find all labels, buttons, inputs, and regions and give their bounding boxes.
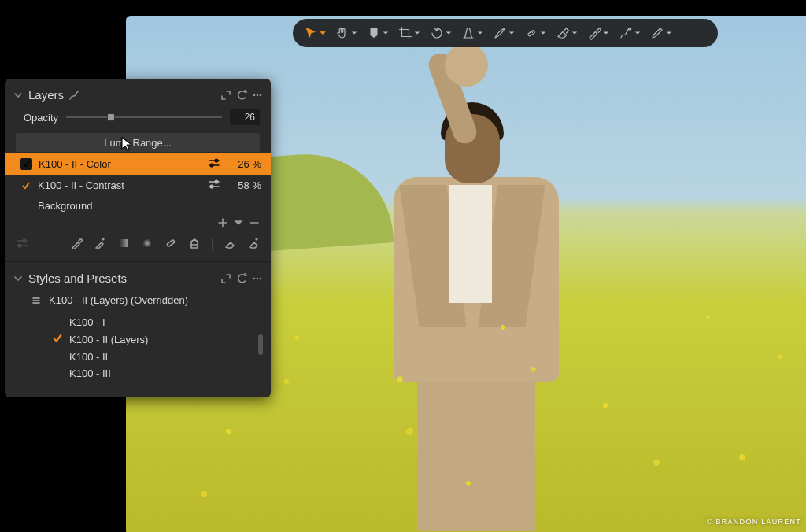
svg-point-16 — [260, 277, 262, 279]
expand-icon[interactable] — [220, 273, 231, 284]
brush-tool[interactable] — [490, 23, 518, 43]
svg-point-2 — [253, 94, 256, 96]
sliders-icon[interactable] — [208, 157, 220, 171]
luma-range-button[interactable]: Luma Range... — [16, 133, 260, 152]
layer-active-icon — [20, 181, 31, 190]
opacity-value[interactable]: 26 — [230, 109, 260, 125]
fill-tool[interactable] — [364, 23, 392, 43]
image-credit: © BRANDON LAURENT — [707, 518, 801, 526]
eraser-tool[interactable] — [553, 23, 581, 43]
adjust-disabled-icon — [16, 237, 28, 252]
preset-item[interactable]: K100 - III — [52, 365, 260, 382]
layers-section: Layers Opacity 26 Luma Range... K100 - I… — [5, 79, 271, 262]
styles-section: Styles and Presets K100 - II (Layers) (O… — [5, 262, 271, 394]
reset-icon[interactable] — [236, 273, 247, 284]
hand-tool[interactable] — [332, 23, 360, 43]
gradient-mask-icon[interactable] — [117, 237, 130, 252]
svg-point-6 — [210, 164, 213, 167]
layer-name: K100 - II - Color — [39, 158, 202, 170]
svg-point-7 — [215, 180, 218, 183]
heal-mask-icon[interactable] — [165, 237, 177, 252]
remove-layer-icon[interactable] — [249, 217, 260, 231]
svg-point-8 — [210, 185, 213, 188]
reset-icon[interactable] — [236, 90, 247, 101]
svg-point-1 — [629, 28, 631, 30]
layer-list: K100 - II - Color 26 % K100 - II - Contr… — [5, 153, 271, 216]
opacity-slider[interactable] — [66, 112, 222, 123]
preset-item[interactable]: K100 - II (Layers) — [52, 331, 260, 349]
heal-tool[interactable] — [521, 23, 549, 43]
expand-icon[interactable] — [220, 90, 231, 101]
divider — [212, 238, 213, 251]
svg-point-4 — [260, 94, 262, 96]
layer-tools-row — [5, 232, 271, 253]
layer-percent: 26 % — [227, 158, 261, 170]
collapse-icon[interactable] — [13, 90, 24, 101]
add-layer-icon[interactable] — [217, 217, 228, 231]
layer-visibility-checkbox[interactable] — [20, 158, 32, 170]
magic-erase-icon[interactable] — [247, 237, 260, 252]
layer-name: K100 - II - Contrast — [38, 179, 202, 191]
brush-picker-icon[interactable] — [68, 90, 79, 101]
svg-point-15 — [257, 277, 259, 279]
applied-preset[interactable]: K100 - II (Layers) (Overridden) — [5, 290, 271, 311]
rotate-tool[interactable] — [427, 23, 455, 43]
preset-list: K100 - I K100 - II (Layers) K100 - II K1… — [5, 311, 271, 386]
applied-preset-name: K100 - II (Layers) (Overridden) — [49, 294, 188, 306]
erase-mask-icon[interactable] — [224, 237, 236, 252]
layers-title: Layers — [28, 88, 64, 102]
svg-point-5 — [215, 159, 218, 162]
layer-percent: 58 % — [227, 179, 261, 191]
more-icon[interactable] — [252, 90, 263, 101]
scrollbar-thumb[interactable] — [258, 334, 263, 355]
svg-point-12 — [142, 238, 152, 248]
pencil-tool[interactable] — [647, 23, 675, 43]
svg-rect-11 — [119, 239, 128, 247]
clone-icon[interactable] — [188, 237, 201, 252]
add-layer-menu-icon[interactable] — [233, 217, 244, 231]
eyedropper-icon[interactable] — [70, 237, 83, 252]
radial-mask-icon[interactable] — [141, 237, 153, 252]
preset-item[interactable]: K100 - II — [52, 349, 260, 365]
svg-point-3 — [257, 94, 259, 96]
more-icon[interactable] — [252, 273, 263, 284]
crop-tool[interactable] — [395, 23, 423, 43]
layer-name: Background — [38, 200, 261, 212]
draw-brush-tool[interactable] — [616, 23, 644, 43]
layer-row-contrast[interactable]: K100 - II - Contrast 58 % — [5, 175, 271, 196]
tool-toolbar — [293, 19, 718, 47]
svg-rect-13 — [167, 239, 175, 246]
picker-tool[interactable] — [584, 23, 612, 43]
collapse-icon[interactable] — [13, 273, 24, 284]
svg-rect-0 — [527, 30, 535, 36]
opacity-label: Opacity — [24, 112, 58, 124]
styles-title: Styles and Presets — [28, 272, 127, 285]
keystone-tool[interactable] — [458, 23, 486, 43]
layer-row-color[interactable]: K100 - II - Color 26 % — [5, 153, 271, 175]
sliders-icon[interactable] — [208, 179, 220, 192]
pointer-tool[interactable] — [301, 23, 329, 43]
preset-item[interactable]: K100 - I — [52, 314, 260, 331]
side-panel: Layers Opacity 26 Luma Range... K100 - I… — [5, 79, 271, 397]
layer-row-background[interactable]: Background — [5, 196, 271, 216]
magic-eyedropper-icon[interactable] — [94, 237, 106, 252]
stack-icon — [31, 296, 41, 305]
svg-point-14 — [253, 277, 256, 279]
